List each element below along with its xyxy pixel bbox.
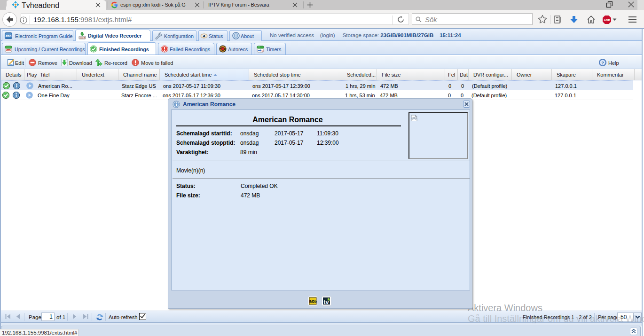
svg-text:?: ?: [601, 61, 604, 65]
svg-text:IMDb: IMDb: [309, 299, 317, 304]
svg-text:ABP: ABP: [604, 18, 610, 22]
svg-text:EPG: EPG: [6, 35, 12, 38]
